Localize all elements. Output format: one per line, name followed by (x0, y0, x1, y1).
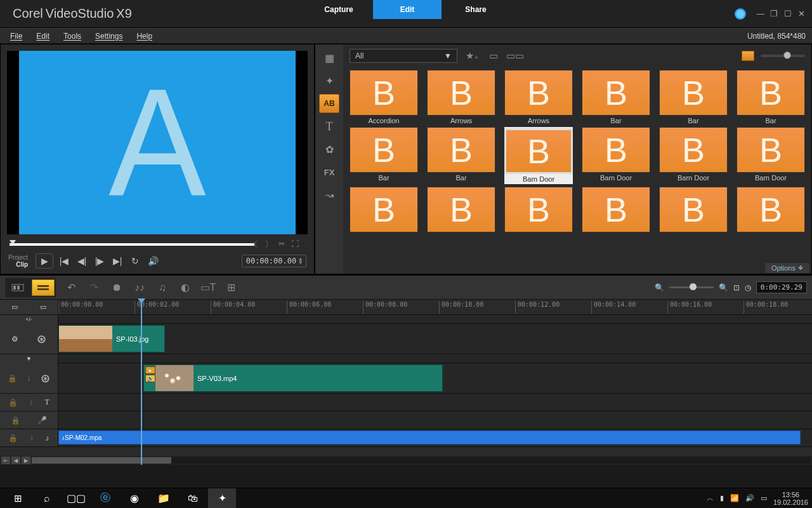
wifi-icon[interactable]: 📶 (730, 494, 739, 502)
add-cue-icon[interactable]: ▭ (40, 303, 46, 311)
transition-item[interactable]: BArrows (504, 70, 573, 124)
menu-help[interactable]: Help (136, 32, 152, 41)
scrub-handle-icon[interactable] (8, 240, 16, 248)
title-tab-icon[interactable]: T (319, 117, 339, 136)
options-panel-toggle[interactable]: Options❖ (764, 262, 810, 274)
menu-tools[interactable]: Tools (63, 32, 81, 41)
tab-edit[interactable]: Edit (373, 0, 442, 19)
battery-icon[interactable]: ▮ (720, 494, 724, 502)
transition-item[interactable]: B (504, 187, 573, 234)
fit-project-icon[interactable]: ⊡ (733, 283, 740, 292)
zoom-in-icon[interactable]: 🔍 (719, 283, 728, 292)
multicam-button[interactable]: ⊞ (223, 280, 239, 295)
task-view-button[interactable]: ▢▢ (62, 488, 90, 509)
transition-item[interactable]: BArrows (427, 70, 495, 124)
tab-capture[interactable]: Capture (304, 0, 373, 19)
menu-file[interactable]: File (10, 32, 22, 41)
preview-scrubber[interactable]: 〔 〕 ✂ ⛶ (10, 239, 305, 250)
transition-item[interactable]: BBarn Door (737, 127, 805, 184)
transition-item[interactable]: BBar (427, 127, 495, 184)
web-icon[interactable] (735, 8, 746, 20)
edge-icon[interactable]: ⓔ (91, 488, 119, 509)
sound-icon[interactable]: 🔊 (745, 494, 754, 502)
steam-icon[interactable]: ◉ (121, 488, 148, 509)
store-icon[interactable]: 🛍 (179, 488, 207, 509)
redo-button[interactable]: ↷ (86, 280, 102, 295)
transition-item[interactable]: B (350, 187, 418, 234)
library-filter-dropdown[interactable]: All▼ (350, 49, 457, 63)
start-button[interactable]: ⊞ (4, 488, 32, 509)
transition-item[interactable]: BAccordion (350, 70, 418, 124)
voice-track[interactable]: 🔒🎤 (0, 411, 812, 429)
transitions-tab-icon[interactable]: AB (319, 94, 339, 113)
overlay-track-1[interactable]: 🔒 1 ⊛ ▸🔊 SP-V03.mp4 (0, 363, 812, 394)
transition-item[interactable]: B (582, 187, 650, 234)
scissors-icon[interactable]: ✂ (278, 239, 285, 250)
maximize-icon[interactable]: ☐ (782, 9, 794, 18)
playhead[interactable] (141, 300, 142, 465)
explorer-icon[interactable]: 📁 (150, 488, 178, 509)
clip-v1[interactable]: SP-I03.jpg (58, 325, 165, 352)
volume-button[interactable]: 🔊 (146, 254, 160, 268)
play-button[interactable]: ▶ (36, 253, 53, 269)
end-button[interactable]: ▶| (110, 254, 124, 268)
add-marker-icon[interactable]: ▭ (11, 303, 18, 311)
prev-frame-button[interactable]: ◀| (75, 254, 89, 268)
transition-item[interactable]: BBar (659, 70, 728, 124)
mark-in-icon[interactable]: 〔 (251, 239, 258, 250)
subtitle-button[interactable]: ▭T (200, 280, 216, 295)
tray-chevron-icon[interactable]: ︿ (707, 493, 714, 503)
video-track-1[interactable]: ⚙ ⊛ SP-I03.jpg (0, 324, 812, 354)
action-center-icon[interactable]: ▭ (761, 494, 767, 502)
zoom-out-icon[interactable]: 🔍 (655, 283, 664, 292)
thumbnail-view-button[interactable] (742, 51, 754, 61)
filter-tab-icon[interactable]: FX (319, 163, 339, 182)
auto-music-button[interactable]: ♫ (155, 280, 170, 295)
transition-item[interactable]: BBar (350, 127, 418, 184)
close-icon[interactable]: ✕ (796, 9, 807, 18)
transition-item[interactable]: BBarn Door (504, 127, 573, 184)
expand-icon[interactable]: +/- (25, 316, 32, 323)
music-track[interactable]: 🔒1♪ ♪ SP-M02.mpa (0, 429, 812, 447)
instant-project-icon[interactable]: ✦ (319, 71, 339, 90)
timeline-ruler[interactable]: ▭ ▭ 00:00:00.0000:00:02.0000:00:04.0000:… (0, 300, 812, 315)
preview-viewport[interactable]: A (7, 51, 308, 234)
transition-item[interactable]: B (737, 187, 805, 234)
zoom-slider[interactable] (669, 286, 714, 288)
timecode-display[interactable]: 00:00:00.00▲▼ (242, 255, 306, 267)
home-button[interactable]: |◀ (57, 254, 71, 268)
menu-settings[interactable]: Settings (95, 32, 122, 41)
restore-icon[interactable]: ❐ (768, 9, 780, 18)
clip-music[interactable]: ♪ SP-M02.mpa (58, 431, 801, 444)
track-settings-icon[interactable]: ⚙ (11, 335, 18, 344)
menu-edit[interactable]: Edit (36, 32, 49, 41)
storyboard-view-button[interactable] (6, 279, 29, 296)
apply-current-icon[interactable]: ▭ (487, 49, 501, 63)
repeat-button[interactable]: ↻ (128, 254, 142, 268)
collapse-icon[interactable]: ▼ (26, 356, 32, 362)
transition-item[interactable]: B (427, 187, 495, 234)
mark-out-icon[interactable]: 〕 (265, 239, 272, 250)
graphic-tab-icon[interactable]: ✿ (319, 140, 339, 159)
track-motion-button[interactable]: ◐ (178, 280, 193, 295)
audio-mixer-button[interactable]: ♪♪ (132, 280, 147, 295)
record-button[interactable]: ⏺ (109, 280, 124, 295)
favorite-add-icon[interactable]: ★₊ (465, 49, 479, 63)
project-duration[interactable]: 0:00:29.29 (756, 281, 807, 293)
tab-share[interactable]: Share (442, 0, 510, 19)
transition-item[interactable]: BBar (582, 70, 650, 124)
path-tab-icon[interactable]: ↝ (319, 185, 339, 204)
videostudio-taskbar-icon[interactable]: ✦ (208, 488, 236, 509)
timeline-view-button[interactable] (32, 279, 55, 296)
transition-item[interactable]: B (659, 187, 728, 234)
transition-item[interactable]: BBar (737, 70, 805, 124)
undo-button[interactable]: ↶ (63, 280, 79, 295)
transition-item[interactable]: BBarn Door (582, 127, 650, 184)
thumbnail-size-slider[interactable] (761, 55, 805, 57)
track-lock-icon[interactable]: 🔒 (8, 374, 17, 383)
clip-v2[interactable]: ▸🔊 SP-V03.mp4 (143, 364, 443, 392)
timeline-scrollbar[interactable]: ⇤◀▶ (0, 456, 812, 465)
next-frame-button[interactable]: |▶ (93, 254, 107, 268)
title-track[interactable]: 🔒1T (0, 394, 812, 411)
minimize-icon[interactable]: ― (755, 9, 766, 18)
